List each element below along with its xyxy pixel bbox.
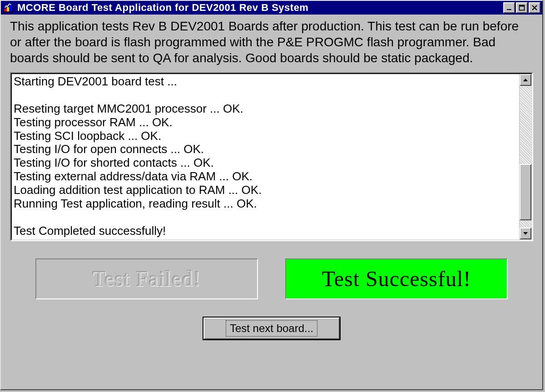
svg-rect-4 (507, 9, 511, 10)
log-inner: Starting DEV2001 board test ... Reseting… (11, 73, 532, 240)
title-bar: MCORE Board Test Application for DEV2001… (1, 1, 542, 15)
button-row: Test next board... (10, 318, 533, 339)
client-area: This application tests Rev B DEV2001 Boa… (1, 15, 542, 389)
app-icon (4, 3, 14, 13)
window-controls (503, 2, 540, 13)
close-icon (531, 5, 538, 11)
scroll-thumb[interactable] (520, 164, 531, 221)
svg-rect-6 (520, 5, 525, 7)
minimize-icon (506, 5, 512, 11)
app-window: MCORE Board Test Application for DEV2001… (0, 0, 543, 390)
chevron-down-icon (523, 231, 528, 236)
description-text: This application tests Rev B DEV2001 Boa… (10, 18, 533, 66)
window-title: MCORE Board Test Application for DEV2001… (17, 2, 500, 14)
scroll-down-button[interactable] (520, 228, 531, 239)
close-button[interactable] (529, 2, 540, 13)
svg-rect-2 (9, 5, 12, 12)
status-failed-panel: Test Failed! (35, 258, 258, 299)
test-next-label: Test next board... (226, 320, 317, 337)
test-next-button[interactable]: Test next board... (203, 318, 340, 339)
scroll-up-button[interactable] (520, 74, 531, 86)
svg-rect-1 (7, 7, 10, 12)
maximize-icon (519, 5, 525, 11)
chevron-up-icon (523, 77, 528, 83)
scroll-track[interactable] (520, 86, 531, 228)
status-failed-label: Test Failed! (92, 265, 201, 293)
status-success-panel: Test Successful! (285, 258, 508, 299)
status-row: Test Failed! Test Successful! (10, 258, 533, 299)
minimize-button[interactable] (503, 2, 515, 13)
log-panel: Starting DEV2001 board test ... Reseting… (10, 72, 533, 241)
log-scrollbar[interactable] (519, 74, 531, 239)
log-output[interactable]: Starting DEV2001 board test ... Reseting… (12, 74, 519, 239)
svg-rect-3 (4, 11, 14, 12)
status-success-label: Test Successful! (322, 265, 471, 293)
maximize-button[interactable] (516, 2, 528, 13)
